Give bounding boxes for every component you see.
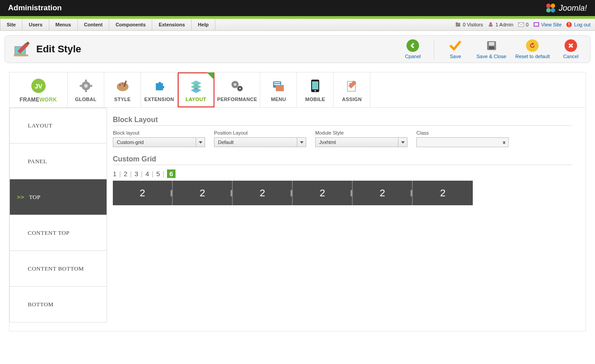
sidebar-item-layout[interactable]: LAYOUT	[9, 108, 107, 144]
cpanel-button[interactable]: Cpanel	[401, 39, 425, 59]
back-arrow-icon	[409, 42, 416, 49]
admin-count: 1 Admin	[496, 22, 514, 27]
reset-button[interactable]: Reset to default	[515, 39, 550, 59]
status-logout[interactable]: Log out	[566, 21, 591, 28]
grid-cell[interactable]: 2	[173, 181, 233, 205]
tab-menu[interactable]: MENU	[260, 72, 297, 107]
menu-site[interactable]: Site	[0, 19, 22, 30]
tab-mobile[interactable]: MOBILE	[297, 72, 334, 107]
framework-label-a: FRAME	[20, 97, 39, 103]
tab-extension[interactable]: EXTENSION	[141, 72, 178, 107]
status-view-site[interactable]: View Site	[533, 21, 562, 28]
svg-rect-20	[489, 47, 494, 49]
count-2[interactable]: 2	[124, 170, 127, 178]
svg-marker-36	[191, 88, 201, 93]
svg-point-7	[489, 22, 492, 25]
admin-title: Administration	[8, 4, 62, 13]
count-6[interactable]: 6	[167, 169, 175, 178]
sidebar: LAYOUT PANEL >>TOP CONTENT TOP CONTENT B…	[9, 108, 107, 331]
menu-components[interactable]: Components	[109, 19, 152, 30]
chevron-icon: >>	[17, 194, 25, 200]
svg-rect-44	[276, 85, 284, 91]
block-layout-title: Block Layout	[113, 116, 572, 124]
reset-label: Reset to default	[515, 54, 550, 59]
grid-cell[interactable]: 2	[293, 181, 353, 205]
grid-cell[interactable]: 2	[233, 181, 293, 205]
users-icon	[455, 21, 461, 28]
svg-point-2	[546, 8, 551, 13]
menu-content[interactable]: Content	[78, 19, 110, 30]
action-toolbar: Cpanel Save Save & Close Reset to defaul…	[401, 39, 583, 59]
cpanel-label: Cpanel	[405, 54, 421, 59]
count-1[interactable]: 1	[113, 170, 116, 178]
joomla-logo: Joomla!	[545, 3, 587, 13]
svg-point-47	[314, 90, 316, 92]
tab-layout[interactable]: LAYOUT	[178, 72, 214, 107]
grid-row: 2 2 2 2 2 2	[113, 181, 572, 205]
position-layout-select[interactable]: Default	[214, 137, 306, 147]
sidebar-item-label: BOTTOM	[28, 301, 54, 308]
sidebar-item-bottom[interactable]: BOTTOM	[9, 287, 107, 322]
admin-header: Administration Joomla!	[0, 0, 595, 16]
page-title: Edit Style	[36, 43, 81, 55]
chevron-down-icon	[398, 138, 407, 147]
brand-text: Joomla!	[559, 4, 587, 13]
svg-text:JV: JV	[34, 83, 43, 90]
tabs: JV FRAMEWORK GLOBAL STYLE EXTENSION LAYO…	[9, 72, 586, 108]
position-layout-group: Position Layout Default	[214, 130, 306, 147]
count-5[interactable]: 5	[156, 170, 160, 178]
save-button[interactable]: Save	[443, 39, 467, 59]
sidebar-item-content-top[interactable]: CONTENT TOP	[9, 215, 107, 251]
tab-assign[interactable]: ASSIGN	[334, 72, 370, 107]
module-style-group: Module Style Jvxhtml	[315, 130, 407, 147]
module-style-select[interactable]: Jvxhtml	[315, 137, 407, 147]
tab-style[interactable]: STYLE	[104, 72, 141, 107]
toolbar-divider	[434, 39, 434, 59]
menu-extensions[interactable]: Extensions	[152, 19, 192, 30]
tab-global[interactable]: GLOBAL	[68, 72, 104, 107]
tab-framework[interactable]: JV FRAMEWORK	[9, 72, 68, 107]
save-close-button[interactable]: Save & Close	[476, 39, 506, 59]
svg-rect-25	[85, 80, 87, 82]
svg-rect-42	[274, 82, 280, 83]
sidebar-item-panel[interactable]: PANEL	[9, 144, 107, 179]
mail-icon	[518, 21, 524, 28]
refresh-icon	[529, 42, 536, 49]
count-4[interactable]: 4	[146, 170, 149, 178]
active-corner-icon	[207, 72, 214, 80]
layers-icon	[189, 79, 203, 93]
mobile-icon	[310, 79, 320, 93]
view-site-link[interactable]: View Site	[541, 22, 562, 27]
check-icon	[449, 39, 462, 52]
clear-icon[interactable]: x	[503, 140, 505, 145]
svg-rect-11	[534, 23, 538, 26]
sidebar-item-label: TOP	[29, 194, 41, 201]
grid-cell[interactable]: 2	[353, 181, 413, 205]
cancel-button[interactable]: Cancel	[559, 39, 583, 59]
svg-rect-6	[455, 25, 460, 26]
svg-point-4	[455, 22, 458, 25]
grid-count-row: 1| 2| 3| 4| 5| 6	[113, 169, 572, 178]
chevron-down-icon	[196, 138, 205, 147]
body: LAYOUT PANEL >>TOP CONTENT TOP CONTENT B…	[9, 108, 586, 331]
sidebar-item-top[interactable]: >>TOP	[9, 179, 107, 215]
content: Block Layout Block layout Custom-grid Po…	[107, 108, 586, 331]
svg-point-0	[546, 4, 551, 8]
menu-menus[interactable]: Menus	[49, 19, 78, 30]
count-3[interactable]: 3	[135, 170, 138, 178]
block-layout-select[interactable]: Custom-grid	[113, 137, 205, 147]
logout-link[interactable]: Log out	[574, 22, 591, 27]
menu-users[interactable]: Users	[22, 19, 49, 30]
grid-cell[interactable]: 2	[113, 181, 173, 205]
class-input[interactable]: x	[416, 137, 509, 147]
menu-label: MENU	[263, 97, 294, 102]
tab-performance[interactable]: PERFORMANCE	[214, 72, 260, 107]
menu-help[interactable]: Help	[192, 19, 215, 30]
block-layout-group: Block layout Custom-grid	[113, 130, 205, 147]
grid-cell[interactable]: 2	[413, 181, 473, 205]
puzzle-icon	[152, 79, 167, 93]
svg-rect-43	[274, 84, 280, 85]
sidebar-item-label: CONTENT BOTTOM	[28, 265, 84, 272]
status-messages[interactable]: 0	[518, 21, 529, 28]
sidebar-item-content-bottom[interactable]: CONTENT BOTTOM	[9, 251, 107, 287]
